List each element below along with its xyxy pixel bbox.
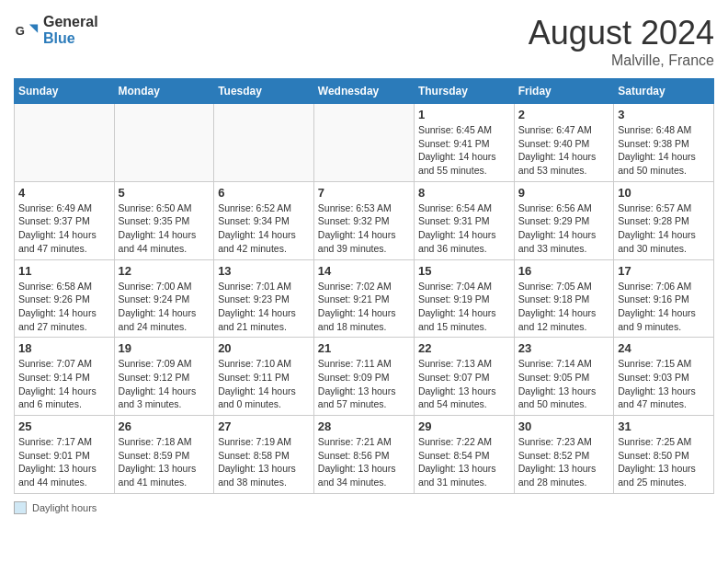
daylight-box	[14, 501, 27, 514]
calendar-cell: 8Sunrise: 6:54 AM Sunset: 9:31 PM Daylig…	[414, 181, 514, 259]
day-number: 28	[318, 419, 410, 433]
calendar-cell: 24Sunrise: 7:15 AM Sunset: 9:03 PM Dayli…	[614, 338, 714, 416]
column-header-friday: Friday	[514, 79, 613, 104]
day-number: 10	[618, 186, 710, 200]
day-info: Sunrise: 7:21 AM Sunset: 8:56 PM Dayligh…	[318, 435, 410, 489]
day-number: 12	[119, 264, 210, 278]
day-number: 4	[18, 186, 110, 200]
calendar-cell: 31Sunrise: 7:25 AM Sunset: 8:50 PM Dayli…	[614, 416, 714, 494]
calendar-cell	[313, 104, 414, 182]
day-info: Sunrise: 7:10 AM Sunset: 9:11 PM Dayligh…	[218, 357, 310, 411]
column-header-thursday: Thursday	[414, 79, 514, 104]
calendar-header-row: SundayMondayTuesdayWednesdayThursdayFrid…	[15, 79, 714, 104]
day-info: Sunrise: 6:58 AM Sunset: 9:26 PM Dayligh…	[18, 280, 110, 334]
day-number: 25	[18, 419, 110, 433]
day-number: 15	[418, 264, 510, 278]
day-info: Sunrise: 7:19 AM Sunset: 8:58 PM Dayligh…	[218, 435, 310, 489]
day-info: Sunrise: 6:45 AM Sunset: 9:41 PM Dayligh…	[418, 123, 510, 178]
day-info: Sunrise: 7:09 AM Sunset: 9:12 PM Dayligh…	[119, 357, 210, 411]
calendar-cell: 27Sunrise: 7:19 AM Sunset: 8:58 PM Dayli…	[214, 416, 314, 494]
calendar-cell: 23Sunrise: 7:14 AM Sunset: 9:05 PM Dayli…	[514, 338, 613, 416]
day-info: Sunrise: 7:25 AM Sunset: 8:50 PM Dayligh…	[618, 435, 710, 489]
column-header-wednesday: Wednesday	[313, 79, 414, 104]
day-number: 11	[18, 264, 110, 278]
calendar-cell: 22Sunrise: 7:13 AM Sunset: 9:07 PM Dayli…	[414, 338, 514, 416]
day-info: Sunrise: 7:18 AM Sunset: 8:59 PM Dayligh…	[119, 435, 210, 489]
calendar-cell: 10Sunrise: 6:57 AM Sunset: 9:28 PM Dayli…	[614, 181, 714, 259]
calendar-cell: 15Sunrise: 7:04 AM Sunset: 9:19 PM Dayli…	[414, 259, 514, 338]
day-info: Sunrise: 6:54 AM Sunset: 9:31 PM Dayligh…	[418, 201, 510, 256]
svg-text:G: G	[16, 23, 25, 37]
calendar-cell: 5Sunrise: 6:50 AM Sunset: 9:35 PM Daylig…	[114, 181, 214, 259]
month-title: August 2024	[529, 14, 714, 52]
day-number: 21	[318, 341, 410, 355]
calendar-table: SundayMondayTuesdayWednesdayThursdayFrid…	[14, 78, 714, 494]
day-info: Sunrise: 6:47 AM Sunset: 9:40 PM Dayligh…	[518, 123, 609, 178]
day-info: Sunrise: 6:49 AM Sunset: 9:37 PM Dayligh…	[18, 201, 110, 256]
day-number: 31	[618, 419, 710, 433]
day-info: Sunrise: 7:00 AM Sunset: 9:24 PM Dayligh…	[119, 280, 210, 334]
page-header: G General Blue August 2024 Malville, Fra…	[14, 14, 714, 69]
day-number: 2	[518, 108, 609, 121]
calendar-cell: 20Sunrise: 7:10 AM Sunset: 9:11 PM Dayli…	[214, 338, 314, 416]
calendar-cell: 3Sunrise: 6:48 AM Sunset: 9:38 PM Daylig…	[614, 104, 714, 182]
day-info: Sunrise: 7:11 AM Sunset: 9:09 PM Dayligh…	[318, 357, 410, 411]
day-info: Sunrise: 7:07 AM Sunset: 9:14 PM Dayligh…	[18, 357, 110, 411]
calendar-cell: 2Sunrise: 6:47 AM Sunset: 9:40 PM Daylig…	[514, 104, 613, 182]
day-number: 5	[119, 186, 210, 200]
logo-blue: Blue	[43, 30, 98, 47]
title-block: August 2024 Malville, France	[529, 14, 714, 69]
calendar-cell: 9Sunrise: 6:56 AM Sunset: 9:29 PM Daylig…	[514, 181, 613, 259]
day-info: Sunrise: 7:05 AM Sunset: 9:18 PM Dayligh…	[518, 280, 609, 334]
footer: Daylight hours	[14, 501, 714, 514]
calendar-cell: 26Sunrise: 7:18 AM Sunset: 8:59 PM Dayli…	[114, 416, 214, 494]
day-info: Sunrise: 7:04 AM Sunset: 9:19 PM Dayligh…	[418, 280, 510, 334]
calendar-cell: 19Sunrise: 7:09 AM Sunset: 9:12 PM Dayli…	[114, 338, 214, 416]
calendar-cell: 4Sunrise: 6:49 AM Sunset: 9:37 PM Daylig…	[15, 181, 115, 259]
day-number: 17	[618, 264, 710, 278]
day-info: Sunrise: 7:15 AM Sunset: 9:03 PM Dayligh…	[618, 357, 710, 411]
calendar-cell: 30Sunrise: 7:23 AM Sunset: 8:52 PM Dayli…	[514, 416, 613, 494]
day-number: 19	[119, 341, 210, 355]
calendar-cell: 7Sunrise: 6:53 AM Sunset: 9:32 PM Daylig…	[313, 181, 414, 259]
calendar-cell	[214, 104, 314, 182]
day-number: 29	[418, 419, 510, 433]
day-info: Sunrise: 7:01 AM Sunset: 9:23 PM Dayligh…	[218, 280, 310, 334]
calendar-cell: 13Sunrise: 7:01 AM Sunset: 9:23 PM Dayli…	[214, 259, 314, 338]
day-number: 9	[518, 186, 609, 200]
calendar-cell: 28Sunrise: 7:21 AM Sunset: 8:56 PM Dayli…	[313, 416, 414, 494]
calendar-cell: 25Sunrise: 7:17 AM Sunset: 9:01 PM Dayli…	[15, 416, 115, 494]
day-number: 30	[518, 419, 609, 433]
day-number: 8	[418, 186, 510, 200]
week-row-5: 25Sunrise: 7:17 AM Sunset: 9:01 PM Dayli…	[15, 416, 714, 494]
day-number: 24	[618, 341, 710, 355]
week-row-1: 1Sunrise: 6:45 AM Sunset: 9:41 PM Daylig…	[15, 104, 714, 182]
logo-general: General	[43, 14, 98, 30]
calendar-cell: 17Sunrise: 7:06 AM Sunset: 9:16 PM Dayli…	[614, 259, 714, 338]
day-number: 13	[218, 264, 310, 278]
calendar-cell: 29Sunrise: 7:22 AM Sunset: 8:54 PM Dayli…	[414, 416, 514, 494]
day-number: 3	[618, 108, 710, 121]
daylight-label: Daylight hours	[32, 502, 97, 513]
week-row-2: 4Sunrise: 6:49 AM Sunset: 9:37 PM Daylig…	[15, 181, 714, 259]
day-info: Sunrise: 6:48 AM Sunset: 9:38 PM Dayligh…	[618, 123, 710, 178]
day-info: Sunrise: 6:50 AM Sunset: 9:35 PM Dayligh…	[119, 201, 210, 256]
day-number: 14	[318, 264, 410, 278]
day-info: Sunrise: 7:13 AM Sunset: 9:07 PM Dayligh…	[418, 357, 510, 411]
day-info: Sunrise: 7:17 AM Sunset: 9:01 PM Dayligh…	[18, 435, 110, 489]
logo-text: General Blue	[43, 14, 98, 46]
location: Malville, France	[529, 52, 714, 69]
day-number: 22	[418, 341, 510, 355]
column-header-monday: Monday	[114, 79, 214, 104]
column-header-tuesday: Tuesday	[214, 79, 314, 104]
day-number: 23	[518, 341, 609, 355]
day-number: 6	[218, 186, 310, 200]
day-info: Sunrise: 7:14 AM Sunset: 9:05 PM Dayligh…	[518, 357, 609, 411]
svg-marker-1	[29, 24, 38, 32]
calendar-cell: 21Sunrise: 7:11 AM Sunset: 9:09 PM Dayli…	[313, 338, 414, 416]
calendar-cell: 1Sunrise: 6:45 AM Sunset: 9:41 PM Daylig…	[414, 104, 514, 182]
day-number: 7	[318, 186, 410, 200]
day-number: 18	[18, 341, 110, 355]
week-row-4: 18Sunrise: 7:07 AM Sunset: 9:14 PM Dayli…	[15, 338, 714, 416]
column-header-saturday: Saturday	[614, 79, 714, 104]
